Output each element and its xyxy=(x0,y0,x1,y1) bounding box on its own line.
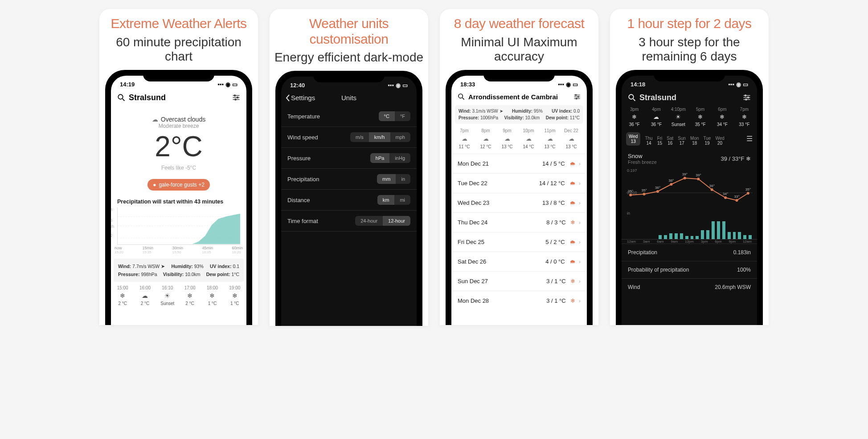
search-icon[interactable] xyxy=(628,93,636,102)
hourly-forecast-row[interactable]: 3pm❄36 °F4pm☁36 °F4:10pm☀Sunset5pm❄35 °F… xyxy=(622,105,757,130)
hour-column[interactable]: 7pm❄33 °F xyxy=(735,107,753,127)
chart-xlabels: 12am3am6am9am12pm3pm6pm9pm12am xyxy=(622,240,757,244)
day-pill[interactable]: Mon18 xyxy=(690,136,699,146)
weather-alert-chip[interactable]: ● gale-force gusts +2 xyxy=(147,179,210,191)
forecast-day-row[interactable]: Sat Dec 264 / 0 °C🌧› xyxy=(451,252,587,271)
settings-icon[interactable] xyxy=(743,94,751,101)
segment-option[interactable]: mi xyxy=(394,195,410,205)
card-title: Extreme Weather Alerts xyxy=(111,16,246,32)
location-title[interactable]: Stralsund xyxy=(639,93,739,102)
day-pill[interactable]: Wed13 xyxy=(626,132,640,146)
hour-column[interactable]: 3pm❄36 °F xyxy=(625,107,643,127)
hour-column[interactable]: 16:00☁2 °C xyxy=(137,285,153,306)
settings-row: Precipitationmmin xyxy=(281,169,417,190)
humidity-label: Humidity: xyxy=(512,109,532,114)
status-time: 14:18 xyxy=(631,81,645,88)
day-pill[interactable]: Sat16 xyxy=(667,136,673,146)
segment-option[interactable]: hPa xyxy=(370,153,390,163)
segmented-control[interactable]: °C°F xyxy=(379,111,410,121)
forecast-day-row[interactable]: Mon Dec 2114 / 5 °C🌧› xyxy=(451,154,587,173)
search-icon[interactable] xyxy=(117,93,125,102)
hour-column[interactable]: 9pm☁13 °C xyxy=(498,128,516,149)
search-icon[interactable] xyxy=(458,93,465,100)
day-pill[interactable]: Thu14 xyxy=(645,136,652,146)
hour-column[interactable]: 6pm❄34 °F xyxy=(713,107,731,127)
segment-option[interactable]: km xyxy=(377,195,395,205)
phone-frame: 12:40 ▪▪▪ ◉ ▭ Settings Units Temperature… xyxy=(275,71,422,326)
hour-column[interactable]: Dec 22☁13 °C xyxy=(562,128,581,149)
hour-column[interactable]: 11pm☁13 °C xyxy=(540,128,559,149)
segmented-control[interactable]: kmmi xyxy=(377,195,410,205)
settings-list: Temperature°C°FWind speedm/skm/hmphPress… xyxy=(281,106,417,232)
hour-column[interactable]: 15:00❄2 °C xyxy=(115,285,131,306)
segment-option[interactable]: °C xyxy=(379,111,395,121)
hour-column[interactable]: 16:10☀Sunset xyxy=(160,285,176,306)
segment-option[interactable]: mph xyxy=(390,132,410,142)
settings-row: Wind speedm/skm/hmph xyxy=(281,127,417,148)
forecast-day-row[interactable]: Wed Dec 2313 / 8 °C🌧› xyxy=(451,193,587,212)
hour-column[interactable]: 4pm☁36 °F xyxy=(647,107,665,127)
segment-option[interactable]: inHg xyxy=(389,153,410,163)
segmented-control[interactable]: 24-hour12-hour xyxy=(355,216,410,226)
day-pill[interactable]: Wed20 xyxy=(715,136,724,146)
location-title[interactable]: Arrondissement de Cambrai xyxy=(468,93,570,101)
hour-column[interactable]: 8pm☁12 °C xyxy=(476,128,495,149)
visibility-label: Visibility: xyxy=(163,272,184,277)
uv-value: 0.0 xyxy=(573,109,580,114)
notch xyxy=(143,70,214,81)
hour-column[interactable]: 4:10pm☀Sunset xyxy=(669,107,688,127)
back-button[interactable]: Settings xyxy=(286,94,315,102)
svg-text:34°: 34° xyxy=(723,192,728,196)
hour-column[interactable]: 5pm❄35 °F xyxy=(691,107,709,127)
hourly-forecast-row[interactable]: 15:00❄2 °C16:00☁2 °C16:10☀Sunset17:00❄2 … xyxy=(111,282,246,306)
hour-column[interactable]: 10pm☁14 °C xyxy=(519,128,538,149)
pressure-value: 1006hPa xyxy=(480,115,498,120)
list-view-icon[interactable]: ☰ xyxy=(746,134,753,143)
condition-text: Snow xyxy=(628,153,657,159)
svg-text:38°: 38° xyxy=(668,179,674,183)
precip-bar xyxy=(738,232,741,239)
segment-option[interactable]: mm xyxy=(377,174,396,184)
hour-column[interactable]: 7pm☁11 °C xyxy=(455,128,474,149)
settings-icon[interactable] xyxy=(232,94,240,101)
forecast-day-row[interactable]: Thu Dec 248 / 3 °C❄› xyxy=(451,212,587,232)
forecast-day-row[interactable]: Tue Dec 2214 / 12 °C🌧› xyxy=(451,173,587,193)
x-label: 6pm xyxy=(715,240,722,244)
forecast-day-row[interactable]: Mon Dec 283 / 1 °C❄› xyxy=(451,291,587,310)
day-pill[interactable]: Fri15 xyxy=(657,136,663,146)
forecast-day-row[interactable]: Sun Dec 273 / 1 °C❄› xyxy=(451,271,587,291)
day-selector-row[interactable]: Wed13Thu14Fri15Sat16Sun17Mon18Tue19Wed20… xyxy=(622,130,757,148)
segmented-control[interactable]: m/skm/hmph xyxy=(350,132,410,142)
hourly-forecast-row[interactable]: 7pm☁11 °C8pm☁12 °C9pm☁13 °C10pm☁14 °C11p… xyxy=(451,124,587,154)
location-title[interactable]: Stralsund xyxy=(129,93,229,102)
dew-value: 11°C xyxy=(570,115,580,120)
wifi-icon: ◉ xyxy=(736,81,741,88)
segment-option[interactable]: °F xyxy=(395,111,410,121)
metrics-box: Wind: 7.7m/s WSW ➤ Humidity: 93% UV inde… xyxy=(114,259,244,282)
segment-option[interactable]: in xyxy=(396,174,410,184)
segment-option[interactable]: km/h xyxy=(369,132,390,142)
chevron-right-icon: › xyxy=(579,219,581,226)
day-pill[interactable]: Sun17 xyxy=(678,136,686,146)
segment-option[interactable]: m/s xyxy=(350,132,369,142)
chart-ylabel: 0.6 xyxy=(111,218,113,223)
metrics-box: Wind: 3.1m/s WSW ➤ Humidity: 95% UV inde… xyxy=(455,105,583,124)
svg-line-20 xyxy=(633,99,635,101)
segmented-control[interactable]: hPainHg xyxy=(370,153,410,163)
setting-label: Time format xyxy=(287,218,318,224)
settings-icon[interactable] xyxy=(573,94,581,100)
segment-option[interactable]: 12-hour xyxy=(383,216,410,226)
precip-bar xyxy=(696,236,699,239)
back-label: Settings xyxy=(291,94,315,102)
forecast-day-row[interactable]: Fri Dec 255 / 2 °C🌧› xyxy=(451,232,587,252)
day-pill[interactable]: Tue19 xyxy=(704,136,711,146)
segment-option[interactable]: 24-hour xyxy=(355,216,383,226)
hour-column[interactable]: 17:00❄2 °C xyxy=(182,285,198,306)
segmented-control[interactable]: mmin xyxy=(377,174,410,184)
svg-point-11 xyxy=(459,94,463,98)
hour-column[interactable]: 19:00❄1 °C xyxy=(227,285,243,306)
chevron-right-icon: › xyxy=(579,258,581,265)
humidity-label: Humidity: xyxy=(171,264,192,269)
battery-icon: ▭ xyxy=(232,81,237,88)
hour-column[interactable]: 18:00❄1 °C xyxy=(204,285,220,306)
